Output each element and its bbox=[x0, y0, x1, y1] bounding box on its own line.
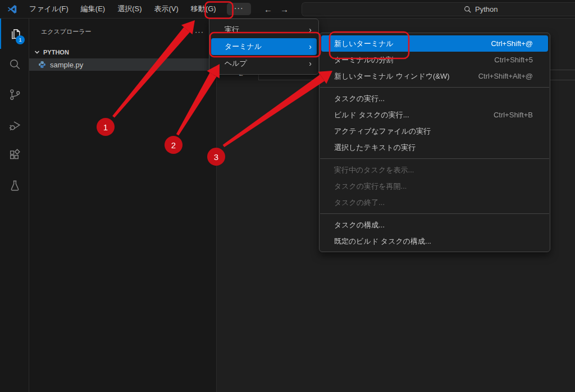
activity-explorer-button[interactable]: 1 bbox=[0, 19, 29, 49]
menu-item-run[interactable]: 実行 › bbox=[209, 21, 318, 38]
submenu-item-run-active-file[interactable]: アクティブなファイルの実行 bbox=[320, 123, 550, 139]
menu-overflow-button[interactable]: ··· bbox=[227, 3, 251, 15]
submenu-item-label: 既定のビルド タスクの構成... bbox=[334, 236, 431, 247]
menu-item-help[interactable]: ヘルプ › bbox=[209, 55, 318, 72]
history-nav: ← → bbox=[264, 0, 289, 19]
submenu-item-label: タスクの実行... bbox=[334, 94, 385, 104]
submenu-item-run-task[interactable]: タスクの実行... bbox=[320, 90, 550, 107]
submenu-item-new-terminal-window[interactable]: 新しいターミナル ウィンドウ(&W) Ctrl+Shift+Alt+@ bbox=[320, 68, 550, 84]
menu-go[interactable]: 移動(G) bbox=[186, 2, 221, 16]
menu-separator bbox=[320, 213, 549, 214]
shortcut-label: Ctrl+Shift+@ bbox=[491, 39, 533, 48]
submenu-item-label: タスクの終了... bbox=[334, 198, 385, 208]
submenu-item-label: タスクの構成... bbox=[334, 220, 385, 230]
explorer-header: エクスプローラー ··· bbox=[29, 19, 216, 38]
submenu-item-show-running-tasks: 実行中のタスクを表示... bbox=[320, 162, 550, 178]
activity-run-debug-button[interactable] bbox=[0, 110, 29, 140]
chevron-down-icon bbox=[34, 49, 40, 56]
menu-item-label: ターミナル bbox=[225, 42, 262, 52]
run-debug-icon bbox=[8, 118, 22, 132]
submenu-item-label: ターミナルの分割 bbox=[334, 55, 394, 65]
submenu-item-label: 選択したテキストの実行 bbox=[334, 143, 416, 153]
activity-testing-button[interactable] bbox=[0, 170, 29, 200]
section-label: PYTHON bbox=[43, 49, 69, 56]
title-bar: ファイル(F) 編集(E) 選択(S) 表示(V) 移動(G) ··· ← → … bbox=[0, 0, 575, 19]
file-row-sample-py[interactable]: sample.py bbox=[29, 58, 216, 71]
activity-bar: 1 bbox=[0, 19, 29, 392]
explorer-more-actions-icon[interactable]: ··· bbox=[195, 28, 204, 36]
file-name: sample.py bbox=[50, 61, 83, 69]
extensions-icon bbox=[8, 148, 22, 162]
submenu-item-label: 新しいターミナル bbox=[334, 39, 394, 49]
submenu-item-label: 新しいターミナル ウィンドウ(&W) bbox=[334, 71, 450, 81]
forward-icon[interactable]: → bbox=[280, 4, 289, 14]
activity-search-button[interactable] bbox=[0, 49, 29, 79]
testing-flask-icon bbox=[8, 179, 22, 193]
submenu-chevron-icon: › bbox=[309, 59, 312, 68]
python-file-icon bbox=[38, 61, 46, 69]
submenu-item-new-terminal[interactable]: 新しいターミナル Ctrl+Shift+@ bbox=[321, 35, 548, 52]
submenu-item-configure-default-build-task[interactable]: 既定のビルド タスクの構成... bbox=[320, 233, 550, 249]
submenu-item-label: タスクの実行を再開... bbox=[334, 181, 407, 192]
overflow-dropdown-menu: 実行 › ターミナル › ヘルプ › bbox=[209, 19, 319, 75]
back-icon[interactable]: ← bbox=[264, 4, 272, 14]
terminal-submenu: 新しいターミナル Ctrl+Shift+@ ターミナルの分割 Ctrl+Shif… bbox=[319, 33, 550, 252]
submenu-chevron-icon: › bbox=[309, 25, 312, 34]
submenu-item-terminate-task: タスクの終了... bbox=[320, 194, 550, 211]
search-value: Python bbox=[475, 5, 498, 13]
explorer-sidebar: エクスプローラー ··· PYTHON sample.py bbox=[29, 19, 217, 392]
source-control-icon bbox=[8, 88, 22, 102]
menu-item-label: 実行 bbox=[225, 25, 239, 35]
menu-view[interactable]: 表示(V) bbox=[149, 2, 184, 16]
menu-selection[interactable]: 選択(S) bbox=[112, 2, 147, 16]
submenu-chevron-icon: › bbox=[309, 42, 312, 51]
explorer-badge: 1 bbox=[16, 35, 25, 44]
explorer-title: エクスプローラー bbox=[41, 28, 92, 36]
submenu-item-restart-running-task: タスクの実行を再開... bbox=[320, 178, 550, 194]
submenu-item-run-selected-text[interactable]: 選択したテキストの実行 bbox=[320, 139, 550, 156]
shortcut-label: Ctrl+Shift+Alt+@ bbox=[478, 72, 533, 80]
menu-separator bbox=[320, 158, 549, 159]
shortcut-label: Ctrl+Shift+5 bbox=[494, 56, 533, 64]
command-center-search[interactable]: Python bbox=[302, 2, 575, 16]
explorer-section-python[interactable]: PYTHON bbox=[29, 46, 216, 58]
submenu-item-label: 実行中のタスクを表示... bbox=[334, 165, 414, 175]
search-content: Python bbox=[464, 3, 498, 16]
menu-file[interactable]: ファイル(F) bbox=[24, 2, 74, 16]
submenu-item-run-build-task[interactable]: ビルド タスクの実行... Ctrl+Shift+B bbox=[320, 107, 550, 123]
menu-item-label: ヘルプ bbox=[225, 58, 247, 69]
activity-source-control-button[interactable] bbox=[0, 79, 29, 110]
search-sidebar-icon bbox=[8, 57, 22, 71]
search-icon bbox=[464, 6, 472, 13]
activity-extensions-button[interactable] bbox=[0, 140, 29, 170]
menu-separator bbox=[320, 87, 549, 88]
menu-item-terminal[interactable]: ターミナル › bbox=[211, 38, 317, 55]
submenu-item-split-terminal[interactable]: ターミナルの分割 Ctrl+Shift+5 bbox=[320, 52, 550, 68]
submenu-item-label: ビルド タスクの実行... bbox=[334, 110, 409, 120]
submenu-item-label: アクティブなファイルの実行 bbox=[334, 126, 431, 136]
shortcut-label: Ctrl+Shift+B bbox=[494, 111, 533, 119]
submenu-item-configure-tasks[interactable]: タスクの構成... bbox=[320, 217, 550, 233]
menu-edit[interactable]: 編集(E) bbox=[76, 2, 110, 16]
vscode-logo-icon bbox=[7, 4, 17, 15]
menu-bar: ファイル(F) 編集(E) 選択(S) 表示(V) 移動(G) ··· bbox=[23, 0, 252, 18]
